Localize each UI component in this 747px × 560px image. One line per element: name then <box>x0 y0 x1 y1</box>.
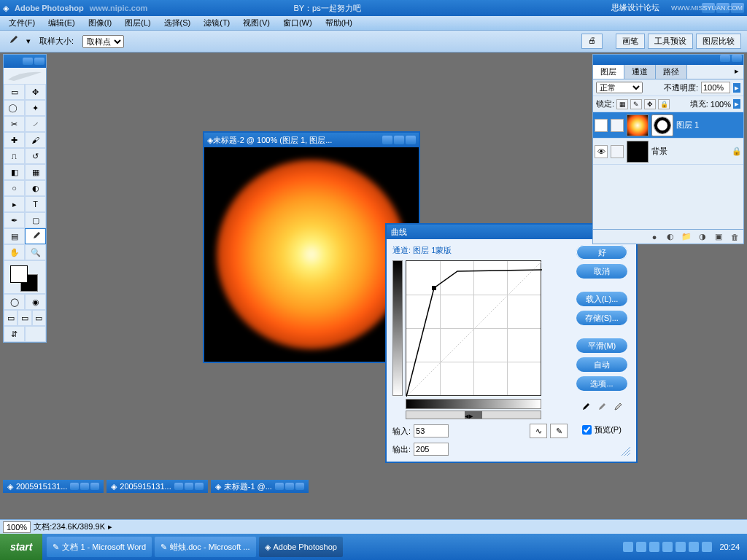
screen-standard[interactable]: ▭ <box>4 310 18 326</box>
adjustment-layer-icon[interactable]: ◑ <box>697 232 708 242</box>
layer-row[interactable]: 👁 背景 🔒 <box>593 139 743 165</box>
tray-icon[interactable] <box>689 542 699 552</box>
gray-point-dropper-icon[interactable] <box>596 402 608 414</box>
menu-filter[interactable]: 滤镜(T) <box>198 16 236 30</box>
hand-tool[interactable]: ✋ <box>4 244 25 260</box>
layer-mask-icon[interactable]: ◐ <box>665 232 676 242</box>
foreground-color[interactable] <box>10 265 28 283</box>
pen-tool[interactable]: ✒ <box>4 212 25 228</box>
zoom-tool[interactable]: 🔍 <box>25 244 46 260</box>
toolbox-header[interactable] <box>4 55 46 68</box>
quickmask-mode[interactable]: ◉ <box>25 294 46 310</box>
gradient-tool[interactable]: ▦ <box>25 164 46 180</box>
shape-tool[interactable]: ▢ <box>25 212 46 228</box>
ok-button[interactable]: 好 <box>576 245 627 260</box>
healing-tool[interactable]: ✚ <box>4 132 25 148</box>
black-point-dropper-icon[interactable] <box>580 402 592 414</box>
system-tray[interactable]: 20:24 <box>616 534 747 560</box>
link-cell[interactable] <box>611 145 624 158</box>
dodge-tool[interactable]: ◐ <box>25 180 46 196</box>
taskbar-item[interactable]: ✎ 文档 1 - Microsoft Word <box>47 537 152 557</box>
lasso-tool[interactable]: ⃝ <box>4 100 25 116</box>
standard-mode[interactable]: ◯ <box>4 294 25 310</box>
curve-mode-icon[interactable]: ∿ <box>530 424 547 438</box>
pencil-mode-icon[interactable]: ✎ <box>550 424 568 438</box>
preview-checkbox[interactable] <box>582 425 592 435</box>
fill-arrow-icon[interactable]: ▸ <box>733 99 740 109</box>
tab-paths[interactable]: 路径 <box>656 65 687 79</box>
color-swatches[interactable] <box>4 260 46 294</box>
doc-close-icon[interactable] <box>406 136 416 144</box>
menu-window[interactable]: 窗口(W) <box>277 16 318 30</box>
options-button[interactable]: 选项... <box>576 376 627 391</box>
crop-tool[interactable]: ✂ <box>4 116 25 132</box>
doc-maximize-icon[interactable] <box>394 136 404 144</box>
path-select-tool[interactable]: ▸ <box>4 196 25 212</box>
mask-thumbnail[interactable] <box>651 114 673 136</box>
curves-dialog[interactable]: 曲线 ✕ 通道: 图层 1蒙版 <box>385 223 638 463</box>
doc-minimize-icon[interactable] <box>382 136 392 144</box>
blend-mode-select[interactable]: 正常 <box>596 82 643 93</box>
scroll-thumb[interactable]: ◂▸ <box>465 411 482 419</box>
tray-icon[interactable] <box>649 542 659 552</box>
notes-tool[interactable]: ▤ <box>4 228 25 244</box>
opacity-field[interactable]: 100% <box>701 82 730 93</box>
panel-menu-icon[interactable]: ▸ <box>730 65 743 79</box>
doc-tab[interactable]: ◈ 未标题-1 @... <box>211 480 309 493</box>
lock-transparency-icon[interactable]: ▦ <box>616 99 628 109</box>
fill-field[interactable]: 100% <box>711 100 731 109</box>
layer-thumbnail[interactable] <box>627 114 649 136</box>
eraser-tool[interactable]: ◧ <box>4 164 25 180</box>
status-arrow-icon[interactable]: ▸ <box>108 522 112 532</box>
tab-channels[interactable]: 通道 <box>624 65 656 79</box>
tray-icon[interactable] <box>702 542 712 552</box>
input-field[interactable] <box>414 424 449 438</box>
clock[interactable]: 20:24 <box>719 542 740 551</box>
auto-button[interactable]: 自动 <box>576 357 627 372</box>
new-layer-icon[interactable]: ▣ <box>713 232 724 242</box>
lock-all-icon[interactable]: 🔒 <box>658 99 670 109</box>
channel-value[interactable]: 图层 1蒙版 <box>413 246 452 254</box>
zoom-field[interactable]: 100% <box>3 521 31 533</box>
lock-position-icon[interactable]: ✥ <box>644 99 656 109</box>
toolbox-minimize-icon[interactable] <box>23 58 33 65</box>
menu-layer[interactable]: 图层(L) <box>119 16 156 30</box>
doc-tab[interactable]: ◈ 2005915131... <box>107 480 207 493</box>
lock-paint-icon[interactable]: ✎ <box>630 99 642 109</box>
tab-layer-comp[interactable]: 图层比较 <box>696 34 741 49</box>
doc-tab[interactable]: ◈ 2005915131... <box>3 480 104 493</box>
tray-icon[interactable] <box>636 542 646 552</box>
file-browser-icon[interactable]: 🖨 <box>581 34 603 49</box>
wand-tool[interactable]: ✦ <box>25 100 46 116</box>
layer-name[interactable]: 背景 <box>651 146 667 157</box>
screen-full[interactable]: ▭ <box>32 310 46 326</box>
start-button[interactable]: start <box>0 534 42 560</box>
toolbox-close-icon[interactable] <box>34 58 44 65</box>
brush-tool[interactable]: 🖌 <box>25 132 46 148</box>
menu-help[interactable]: 帮助(H) <box>320 16 358 30</box>
menu-image[interactable]: 图像(I) <box>82 16 117 30</box>
taskbar-item[interactable]: ✎ 蜡烛.doc - Microsoft ... <box>155 537 255 557</box>
screen-menubar[interactable]: ▭ <box>18 310 31 326</box>
menu-select[interactable]: 选择(S) <box>158 16 197 30</box>
visibility-icon[interactable]: 👁 <box>595 145 608 158</box>
cancel-button[interactable]: 取消 <box>576 264 627 279</box>
smooth-button[interactable]: 平滑(M) <box>576 338 627 353</box>
tray-icon[interactable] <box>623 542 633 552</box>
output-field[interactable] <box>414 443 449 456</box>
layer-name[interactable]: 图层 1 <box>676 120 699 131</box>
opacity-arrow-icon[interactable]: ▸ <box>733 83 740 93</box>
white-point-dropper-icon[interactable] <box>612 402 624 414</box>
slice-tool[interactable]: ⟋ <box>25 116 46 132</box>
tray-icon[interactable] <box>662 542 673 552</box>
type-tool[interactable]: T <box>25 196 46 212</box>
layer-set-icon[interactable]: 📁 <box>681 232 692 242</box>
tab-brush[interactable]: 画笔 <box>616 34 645 49</box>
layer-style-icon[interactable]: ● <box>649 232 660 242</box>
link-cell[interactable] <box>611 119 624 132</box>
input-scroll[interactable]: ◂▸ <box>406 411 541 419</box>
history-brush-tool[interactable]: ↺ <box>25 148 46 164</box>
load-button[interactable]: 载入(L)... <box>576 292 627 306</box>
taskbar-item[interactable]: ◈ Adobe Photoshop <box>259 537 343 557</box>
tray-icon[interactable] <box>676 542 686 552</box>
